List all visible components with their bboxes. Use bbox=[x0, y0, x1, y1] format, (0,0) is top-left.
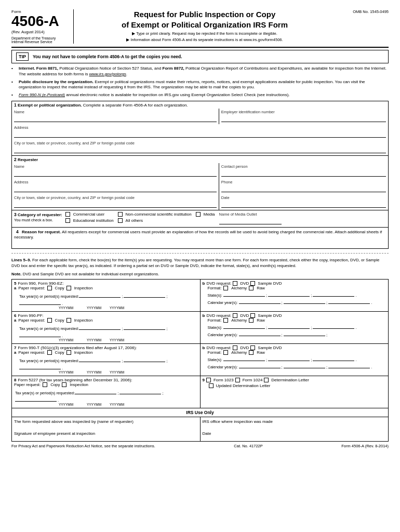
line7-dvd-checkbox[interactable] bbox=[233, 345, 237, 350]
line6-state2[interactable] bbox=[268, 323, 310, 329]
line5-inspection-checkbox[interactable] bbox=[66, 286, 71, 290]
line8-year3[interactable] bbox=[15, 395, 57, 402]
allothers-label: All others bbox=[126, 218, 143, 223]
line8-copy-checkbox[interactable] bbox=[43, 382, 47, 387]
line6-cal2[interactable] bbox=[284, 330, 325, 336]
line9-updated-checkbox[interactable] bbox=[209, 383, 214, 388]
contact-field[interactable] bbox=[221, 169, 386, 177]
line5-copy-checkbox[interactable] bbox=[47, 286, 52, 290]
title-line1: Request for Public Inspection or Copy bbox=[83, 9, 326, 20]
line6-cal1[interactable] bbox=[239, 330, 281, 336]
form-ref: Form 4506-A (Rev. 8-2014) bbox=[341, 444, 389, 448]
bullet-2: • Public disclosure by the organization.… bbox=[11, 79, 389, 91]
media-checkbox[interactable] bbox=[196, 212, 201, 217]
line5-raw-checkbox[interactable] bbox=[249, 286, 254, 290]
line7-sampledvd-checkbox[interactable] bbox=[250, 345, 255, 350]
phone-field[interactable] bbox=[221, 185, 386, 192]
line7-state3[interactable] bbox=[313, 355, 354, 361]
line8-year2[interactable] bbox=[119, 388, 161, 394]
irs-use-header: IRS Use Only bbox=[12, 408, 389, 417]
line8-inspection-checkbox[interactable] bbox=[62, 382, 66, 387]
name-field[interactable] bbox=[14, 115, 217, 122]
s2-address-field[interactable] bbox=[14, 185, 217, 192]
line5-year2[interactable] bbox=[124, 291, 165, 298]
city-field[interactable] bbox=[14, 146, 386, 153]
line5-year3[interactable] bbox=[19, 299, 61, 305]
line6-copy-checkbox[interactable] bbox=[47, 318, 52, 323]
noncommercial-checkbox[interactable] bbox=[118, 212, 123, 217]
line5-cal3[interactable] bbox=[328, 298, 370, 304]
s2-city-label: City or town, state or province, country… bbox=[14, 195, 217, 200]
line5-state1[interactable] bbox=[223, 290, 265, 297]
line5-dvd-checkbox[interactable] bbox=[233, 281, 237, 286]
tip-label: TIP bbox=[16, 52, 29, 61]
line7-alchemy-checkbox[interactable] bbox=[223, 350, 228, 355]
section2-title: Requester bbox=[18, 157, 38, 162]
line6-dvd-text: DVD request: bbox=[206, 313, 231, 318]
line6-states-row: State(s): ; ; . bbox=[208, 323, 386, 330]
line5-sampledvd-checkbox[interactable] bbox=[250, 281, 255, 286]
line5-year1[interactable] bbox=[79, 291, 121, 298]
s2-city-field[interactable] bbox=[14, 201, 217, 208]
line6-year1[interactable] bbox=[79, 324, 121, 330]
s2-name-field[interactable] bbox=[14, 169, 217, 177]
line7-raw-checkbox[interactable] bbox=[249, 350, 254, 355]
line5-dvd-text: DVD request: bbox=[206, 281, 231, 286]
ein-field[interactable] bbox=[221, 115, 386, 122]
line7-cal2[interactable] bbox=[284, 362, 325, 368]
line6-inspection-checkbox[interactable] bbox=[66, 318, 71, 323]
line6-state1[interactable] bbox=[223, 323, 265, 329]
line5-states-row: State(s): ; ; . bbox=[208, 290, 386, 298]
line7-year2[interactable] bbox=[124, 356, 165, 362]
line5-state3[interactable] bbox=[313, 290, 354, 297]
line7-copy-label: Copy bbox=[55, 350, 64, 355]
line7-cal1[interactable] bbox=[239, 362, 281, 368]
line6-alchemy-checkbox[interactable] bbox=[223, 318, 228, 323]
line7-state1[interactable] bbox=[223, 355, 265, 361]
tip-text: You may not have to complete Form 4506-A… bbox=[33, 54, 182, 59]
line5-alchemy-checkbox[interactable] bbox=[223, 286, 228, 290]
line5-cal2[interactable] bbox=[284, 298, 325, 304]
line7-copy-checkbox[interactable] bbox=[47, 350, 52, 355]
line7-year3[interactable] bbox=[19, 363, 61, 369]
line8-year1[interactable] bbox=[75, 388, 116, 394]
address-field[interactable] bbox=[14, 130, 386, 138]
line7-inspection-checkbox[interactable] bbox=[66, 350, 71, 355]
line7-year-formats: YYYYMM YYYYMM YYYYMM bbox=[50, 370, 198, 374]
line5-inspection-label: Inspection bbox=[74, 286, 93, 290]
line6-sampledvd-checkbox[interactable] bbox=[250, 313, 255, 318]
line5-taxyear-label: Tax year(s) or period(s) requested: ; ; … bbox=[19, 291, 198, 306]
irs-date-label: Date bbox=[203, 431, 211, 436]
line6-year3[interactable] bbox=[19, 331, 61, 337]
date-field[interactable] bbox=[221, 201, 386, 208]
line5-state2[interactable] bbox=[268, 290, 310, 297]
media-outlet-field[interactable] bbox=[219, 217, 282, 224]
line9-form1023-checkbox[interactable] bbox=[206, 378, 211, 382]
bullets-section: • Internet. Form 8871, Political Organiz… bbox=[11, 66, 389, 98]
commercial-checkbox[interactable] bbox=[65, 212, 70, 217]
allothers-checkbox[interactable] bbox=[118, 218, 123, 223]
irs-date-cell: Date bbox=[200, 429, 389, 442]
line6-year2[interactable] bbox=[124, 324, 165, 330]
line7-state2[interactable] bbox=[268, 355, 310, 361]
line7-year1[interactable] bbox=[79, 356, 121, 362]
line5-cal1[interactable] bbox=[239, 298, 281, 304]
option-educational: Educational institution bbox=[65, 218, 114, 223]
note-text: DVD and Sample DVD are not available for… bbox=[23, 272, 159, 276]
line5-dvd-label: DVD bbox=[240, 281, 249, 286]
line6-inspection-label: Inspection bbox=[74, 318, 93, 323]
line6-dvd-checkbox[interactable] bbox=[233, 313, 237, 318]
line9-updated-label: Updated Determination Letter bbox=[216, 383, 271, 388]
line7-sampledvd-label: Sample DVD bbox=[258, 345, 282, 350]
line6-state3[interactable] bbox=[313, 323, 354, 329]
line9-form1024-checkbox[interactable] bbox=[235, 378, 240, 382]
line7-dvd-text: DVD request: bbox=[206, 345, 231, 350]
line7-cal3[interactable] bbox=[328, 362, 370, 368]
line9-determination-checkbox[interactable] bbox=[264, 378, 269, 382]
line6-a-label: a bbox=[14, 318, 16, 323]
section1-number: 1 bbox=[14, 102, 17, 108]
address-label: Address bbox=[14, 125, 386, 130]
line6-raw-checkbox[interactable] bbox=[249, 318, 254, 323]
educational-checkbox[interactable] bbox=[65, 218, 70, 223]
section1-table: 1 Exempt or political organization. Comp… bbox=[11, 101, 389, 156]
